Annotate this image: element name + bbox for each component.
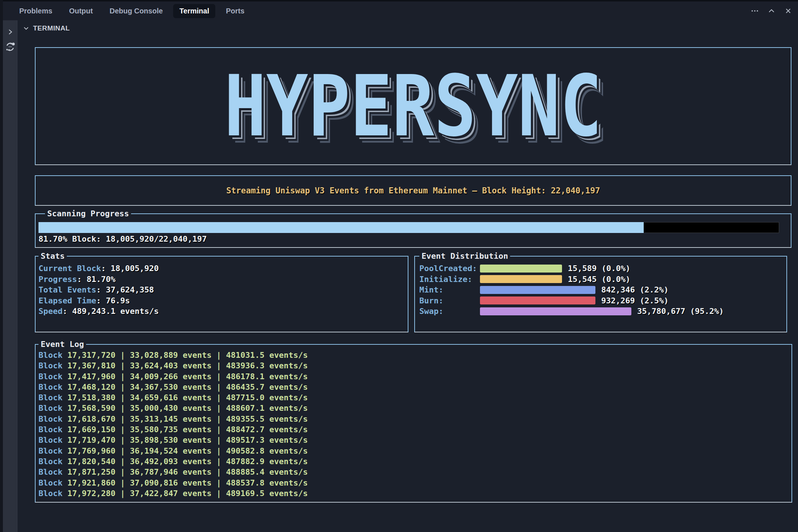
event-distribution-rows: PoolCreated:15,589 (0.0%)Initialize:15,5… xyxy=(419,263,783,317)
panel-actions xyxy=(751,1,792,20)
distribution-bar-swap xyxy=(480,307,631,315)
stats-box: Stats Current Block: 18,005,920Progress:… xyxy=(35,256,408,332)
expand-sidebar-icon[interactable] xyxy=(7,28,14,36)
event-log-row: Block 17,417,960 | 34,009,266 events | 4… xyxy=(38,371,308,382)
distribution-bar-burn xyxy=(480,296,595,304)
distribution-bar-poolcreated xyxy=(480,265,562,273)
banner-box: Streaming Uniswap V3 Events from Ethereu… xyxy=(35,175,791,206)
window-top-edge xyxy=(0,0,798,1)
stat-row-total-events: Total Events: 37,624,358 xyxy=(38,285,405,295)
event-log-row: Block 17,618,670 | 35,313,145 events | 4… xyxy=(38,414,308,424)
banner-text: Streaming Uniswap V3 Events from Ethereu… xyxy=(226,186,600,195)
tab-terminal[interactable]: Terminal xyxy=(173,4,215,18)
event-log-row: Block 17,367,810 | 33,624,403 events | 4… xyxy=(38,360,308,371)
window-left-edge xyxy=(0,0,3,532)
terminal-section-label: TERMINAL xyxy=(33,24,70,32)
distribution-row-swap: Swap:35,780,677 (95.2%) xyxy=(419,306,783,317)
event-log-row: Block 17,568,590 | 35,000,430 events | 4… xyxy=(38,403,308,413)
hero-box: HYPERSYNC xyxy=(35,47,791,165)
event-log-row: Block 17,871,250 | 36,787,946 events | 4… xyxy=(38,467,308,477)
distribution-bar-initialize xyxy=(480,275,562,283)
more-actions-icon[interactable] xyxy=(751,7,759,15)
progress-bar-track xyxy=(38,222,779,233)
stat-row-speed: Speed: 489,243.1 events/s xyxy=(38,306,405,317)
ascii-art-title: HYPERSYNC xyxy=(224,64,602,148)
event-distribution-title: Event Distribution xyxy=(419,251,510,261)
distribution-row-mint: Mint:842,346 (2.2%) xyxy=(419,285,783,295)
stat-row-progress: Progress: 81.70% xyxy=(38,274,405,285)
distribution-row-initialize: Initialize:15,545 (0.0%) xyxy=(419,274,783,285)
progress-status-text: 81.70% Block: 18,005,920/22,040,197 xyxy=(38,234,207,244)
event-log-row: Block 17,972,280 | 37,422,847 events | 4… xyxy=(38,488,308,499)
event-distribution-box: Event Distribution PoolCreated:15,589 (0… xyxy=(414,256,787,332)
event-log-row: Block 17,468,120 | 34,367,530 events | 4… xyxy=(38,382,308,392)
tab-output[interactable]: Output xyxy=(63,4,99,18)
event-log-row: Block 17,769,960 | 36,194,524 events | 4… xyxy=(38,446,308,456)
event-log-title: Event Log xyxy=(38,339,86,349)
stat-row-elapsed-time: Elapsed Time: 76.9s xyxy=(38,295,405,306)
scanning-progress-box: Scanning Progress 81.70% Block: 18,005,9… xyxy=(35,213,791,248)
stat-row-current-block: Current Block: 18,005,920 xyxy=(38,263,405,274)
close-panel-icon[interactable] xyxy=(784,7,792,15)
stats-title: Stats xyxy=(38,251,67,261)
event-log-row: Block 17,719,470 | 35,898,530 events | 4… xyxy=(38,435,308,445)
stats-rows: Current Block: 18,005,920Progress: 81.70… xyxy=(38,263,405,317)
event-log-row: Block 17,921,860 | 37,090,816 events | 4… xyxy=(38,478,308,488)
tab-ports[interactable]: Ports xyxy=(220,4,251,18)
panel-tab-list: ProblemsOutputDebug ConsoleTerminalPorts xyxy=(13,4,251,18)
panel-tab-bar: ProblemsOutputDebug ConsoleTerminalPorts xyxy=(0,1,798,20)
event-log-row: Block 17,317,720 | 33,028,889 events | 4… xyxy=(38,350,308,360)
progress-bar-fill xyxy=(38,222,644,233)
maximize-panel-icon[interactable] xyxy=(768,7,775,15)
sync-runner-icon[interactable] xyxy=(5,41,16,52)
scanning-progress-title: Scanning Progress xyxy=(45,209,131,218)
event-log-rows: Block 17,317,720 | 33,028,889 events | 4… xyxy=(38,350,308,499)
event-log-row: Block 17,820,540 | 36,492,093 events | 4… xyxy=(38,456,308,467)
distribution-row-burn: Burn:932,269 (2.5%) xyxy=(419,295,783,306)
event-log-box: Event Log Block 17,317,720 | 33,028,889 … xyxy=(35,344,792,503)
tab-problems[interactable]: Problems xyxy=(13,4,58,18)
tab-debug-console[interactable]: Debug Console xyxy=(103,4,169,18)
chevron-down-icon xyxy=(23,25,29,32)
event-log-row: Block 17,669,150 | 35,580,735 events | 4… xyxy=(38,424,308,435)
vscode-terminal-panel: { "colors": { "bg": "#1b202b", "accent":… xyxy=(0,0,798,532)
event-log-row: Block 17,518,380 | 34,659,616 events | 4… xyxy=(38,392,308,403)
terminal-section-header[interactable]: TERMINAL xyxy=(23,20,70,36)
left-rail xyxy=(3,20,17,532)
distribution-bar-mint xyxy=(480,286,595,294)
distribution-row-poolcreated: PoolCreated:15,589 (0.0%) xyxy=(419,263,783,274)
